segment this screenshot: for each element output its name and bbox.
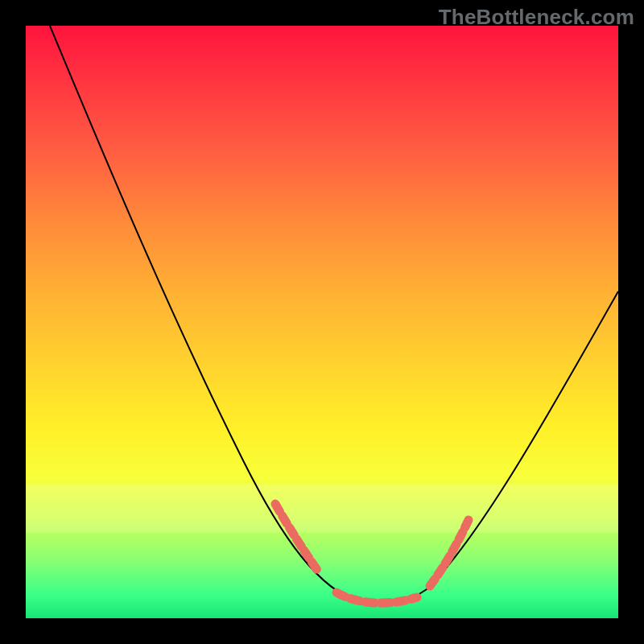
highlight-band xyxy=(26,485,618,533)
chart-frame xyxy=(26,26,618,618)
